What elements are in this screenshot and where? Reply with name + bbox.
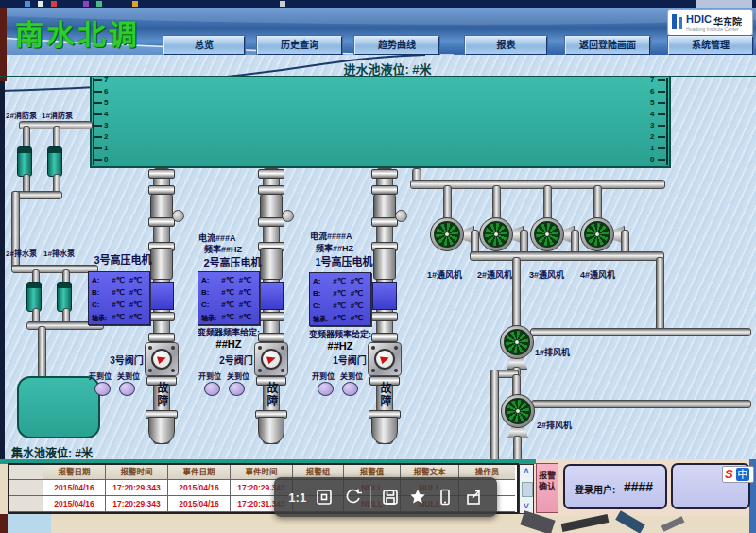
tank-ruler-right — [666, 78, 668, 165]
ime-sogou-icon: S — [725, 468, 733, 481]
pump3-open-indicator — [94, 382, 111, 396]
pump1-open-indicator — [318, 382, 334, 396]
pump1-temp-panel: A:#℃#℃ B:#℃#℃ C:#℃#℃ 轴承:#℃#℃ — [309, 272, 371, 326]
favorite-icon[interactable] — [408, 488, 427, 507]
fan4-label: 4#通风机 — [580, 268, 615, 281]
pipe — [492, 185, 501, 221]
taskbar-icon[interactable] — [25, 1, 30, 7]
taskbar-icon[interactable] — [96, 1, 102, 7]
taskbar-icon[interactable] — [83, 1, 89, 7]
pump3-fault-text: 故障 — [154, 382, 170, 408]
save-icon[interactable] — [381, 488, 400, 507]
flange — [148, 169, 175, 179]
taskbar-icon[interactable] — [51, 1, 57, 7]
pump2-open-indicator — [204, 382, 220, 396]
nav-button-trend[interactable]: 趋势曲线 — [354, 36, 439, 55]
supply-fan-4[interactable] — [580, 217, 614, 251]
fire-pump-1[interactable] — [47, 146, 62, 177]
pipe-handle[interactable] — [282, 210, 294, 222]
pipe-handle[interactable] — [172, 210, 184, 222]
left-window-edge — [0, 8, 7, 81]
fire-pump-2[interactable] — [17, 146, 32, 177]
supply-fan-3[interactable] — [530, 217, 564, 251]
flange — [371, 169, 398, 179]
pipe — [38, 326, 46, 380]
flange — [371, 217, 398, 227]
zoom-ratio-label[interactable]: 1:1 — [288, 490, 306, 505]
pump3-valve[interactable] — [145, 342, 179, 376]
ruler-number: 3 — [650, 121, 654, 129]
alarm-table-scrollbar[interactable]: ˄ ˅ — [519, 464, 534, 514]
pump1-open-label: 开到位 — [312, 370, 335, 381]
flange — [258, 169, 284, 179]
pump3-close-label: 关到位 — [117, 370, 140, 381]
nav-button-login-page[interactable]: 返回登陆画面 — [565, 36, 650, 55]
scada-screen: 南水北调 HDIC 华东院 Huadong Institute Center 总… — [0, 0, 756, 533]
nav-button-overview[interactable]: 总览 — [163, 36, 245, 55]
fan2-label: 2#通风机 — [477, 268, 512, 281]
exhaust-fan-1[interactable] — [500, 325, 534, 359]
nav-button-history[interactable]: 历史查询 — [257, 36, 342, 55]
supply-fan-1[interactable] — [430, 217, 464, 251]
fan-blades-icon — [505, 398, 531, 424]
flange — [148, 217, 175, 227]
ruler-number: 2 — [104, 132, 108, 141]
scroll-thumb[interactable] — [522, 482, 533, 497]
pump1-close-indicator — [342, 382, 358, 396]
desktop-strip-left — [0, 514, 8, 533]
taskbar-window-fragment — [696, 0, 752, 8]
exhaust-fan1-label: 1#排风机 — [535, 346, 570, 358]
pipe — [593, 185, 602, 221]
pipe — [513, 436, 522, 462]
pump1-valve[interactable] — [368, 342, 402, 376]
fire-pump-1-label: 1#消防泵 — [42, 110, 73, 120]
pipe — [11, 191, 20, 270]
pump2-valve[interactable] — [254, 342, 288, 376]
ruler-number: 0 — [650, 155, 654, 163]
taskbar — [0, 0, 756, 8]
ime-badge[interactable]: S 中 — [722, 466, 754, 483]
scroll-up-icon[interactable]: ˄ — [521, 466, 532, 477]
pipe — [512, 257, 521, 330]
drain-pump-1-label: 1#排水泵 — [43, 248, 75, 258]
pump1-vfd-label: 变频器频率给定: — [304, 328, 376, 340]
pump3-open-label: 开到位 — [89, 370, 112, 381]
device-icon[interactable] — [436, 488, 455, 507]
pipe — [443, 185, 452, 221]
pump1-close-label: 关到位 — [340, 370, 363, 381]
hdic-logo-mark — [679, 17, 682, 29]
nav-button-system[interactable]: 系统管理 — [668, 36, 753, 55]
taskbar-icon[interactable] — [132, 1, 138, 7]
nav-button-report[interactable]: 报表 — [465, 36, 547, 55]
taskbar-icon[interactable] — [280, 1, 285, 7]
pump1-name: 1号高压电机 — [304, 253, 384, 268]
hdic-logo-sub: Huadong Institute Center — [686, 26, 739, 32]
tank-ruler-right-ticks — [658, 79, 665, 164]
ruler-number: 1 — [104, 144, 108, 152]
pipe-handle[interactable] — [395, 210, 407, 222]
valve-dial-icon — [151, 349, 172, 370]
supply-fan-2[interactable] — [479, 217, 513, 251]
ruler-number: 5 — [650, 98, 654, 107]
pump3-motor-band — [149, 282, 174, 310]
pipe — [490, 370, 499, 462]
ruler-number: 0 — [104, 155, 108, 163]
login-user-panel: 登录用户: #### — [563, 464, 667, 509]
col-header[interactable]: 事件日期 — [168, 465, 231, 480]
rotate-icon[interactable] — [343, 488, 362, 507]
pump2-temp-panel: A:#℃#℃ B:#℃#℃ C:#℃#℃ 轴承:#℃#℃ — [198, 271, 260, 325]
exhaust-fan-2[interactable] — [501, 394, 535, 428]
flange — [148, 333, 175, 342]
desktop-strip-blue — [8, 514, 51, 533]
fit-screen-icon[interactable] — [315, 488, 334, 507]
taskbar-icon[interactable] — [38, 1, 43, 7]
exhaust-fan2-label: 2#排风机 — [537, 419, 572, 431]
alarm-ack-button[interactable]: 报警确认 — [536, 463, 558, 513]
fan-blades-icon — [584, 221, 610, 248]
ruler-number: 5 — [104, 98, 108, 107]
col-header[interactable]: 报警时间 — [106, 465, 168, 480]
pump1-current: 电流####A — [310, 230, 352, 242]
share-icon[interactable] — [464, 488, 483, 507]
col-header[interactable]: 报警日期 — [43, 465, 106, 480]
ruler-number: 6 — [650, 87, 654, 95]
